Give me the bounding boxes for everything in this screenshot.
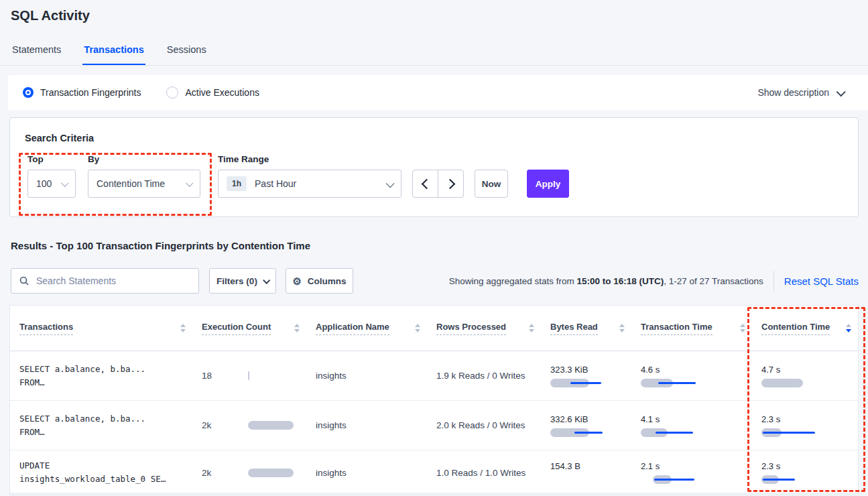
rows-processed-cell: 2.0 k Reads / 0 Writes xyxy=(427,420,541,430)
application-name-cell: insights xyxy=(306,468,427,478)
toolbar-divider xyxy=(773,271,774,291)
sort-icon xyxy=(294,324,300,332)
bytes-read-bar xyxy=(550,379,644,387)
time-range-value: Past Hour xyxy=(255,178,296,189)
search-criteria-panel: Search Criteria Top 100 By Contention Ti… xyxy=(9,117,859,217)
execution-count-cell: 2k xyxy=(192,468,306,478)
search-criteria-heading: Search Criteria xyxy=(25,133,94,143)
transaction-time-cell: 4.6 s xyxy=(631,365,752,387)
chevron-down-icon xyxy=(836,87,846,97)
chevron-down-icon xyxy=(61,180,68,187)
sort-icon-descending xyxy=(846,324,851,332)
gear-icon: ⚙ xyxy=(292,276,301,286)
results-toolbar: Filters (0) ⚙ Columns Showing aggregated… xyxy=(11,268,859,294)
sort-icon xyxy=(180,324,186,332)
transaction-time-cell: 4.1 s xyxy=(631,414,752,437)
tabs-divider xyxy=(0,65,868,66)
execution-count-bar xyxy=(248,371,300,380)
contention-time-bar xyxy=(761,428,855,437)
top-select-value: 100 xyxy=(36,178,52,189)
radio-active-executions[interactable]: Active Executions xyxy=(166,86,259,99)
bytes-read-cell: 332.6 KiB xyxy=(541,414,631,437)
time-next-button[interactable] xyxy=(438,170,463,197)
aggregated-stats-text: Showing aggregated stats from 15:00 to 1… xyxy=(449,276,763,286)
top-field: Top 100 xyxy=(27,154,76,198)
reset-sql-stats-link[interactable]: Reset SQL Stats xyxy=(784,275,859,287)
time-prev-button[interactable] xyxy=(413,170,438,197)
by-field: By Contention Time xyxy=(88,154,200,198)
time-range-field: Time Range 1h Past Hour xyxy=(218,154,401,198)
search-icon xyxy=(19,276,29,286)
bytes-read-cell: 323.3 KiB xyxy=(541,365,631,387)
tab-bar: Statements Transactions Sessions xyxy=(11,40,208,65)
execution-count-bar xyxy=(248,421,300,430)
column-header-application-name[interactable]: Application Name xyxy=(306,322,427,335)
rows-processed-cell: 1.9 k Reads / 0 Writes xyxy=(427,371,541,381)
transaction-statement-link[interactable]: SELECT a.balance, b.ba... FROM… xyxy=(10,363,192,389)
transaction-time-bar xyxy=(641,475,735,484)
radio-selected-icon xyxy=(23,87,34,98)
by-label: By xyxy=(88,154,200,164)
transaction-time-bar xyxy=(641,428,735,437)
table-row[interactable]: SELECT a.balance, b.ba... FROM… 18 insig… xyxy=(10,351,858,401)
now-button[interactable]: Now xyxy=(475,170,508,198)
search-statements-input[interactable] xyxy=(35,275,185,287)
table-row[interactable]: UPDATE insights_workload_table_0 SE… 2k … xyxy=(10,450,858,495)
show-description-label: Show description xyxy=(757,87,829,98)
transaction-time-cell: 2.1 s xyxy=(631,461,752,484)
results-heading: Results - Top 100 Transaction Fingerprin… xyxy=(11,240,310,251)
column-header-bytes-read[interactable]: Bytes Read xyxy=(541,322,631,335)
contention-time-cell: 2.3 s xyxy=(752,461,858,484)
stats-time-range: 15:00 to 16:18 (UTC) xyxy=(576,276,664,286)
chevron-right-icon xyxy=(444,178,455,189)
sort-icon xyxy=(619,324,625,332)
sort-icon xyxy=(529,324,534,332)
search-statements-box xyxy=(11,268,199,294)
chevron-down-icon xyxy=(386,179,395,188)
sort-icon xyxy=(415,324,420,332)
tab-statements[interactable]: Statements xyxy=(11,40,62,65)
transaction-statement-link[interactable]: UPDATE insights_workload_table_0 SE… xyxy=(10,459,192,486)
contention-time-bar xyxy=(761,379,855,387)
tab-sessions[interactable]: Sessions xyxy=(166,40,208,65)
filters-button[interactable]: Filters (0) xyxy=(209,268,276,294)
application-name-cell: insights xyxy=(306,371,427,381)
time-range-select[interactable]: 1h Past Hour xyxy=(218,170,401,198)
radio-unselected-icon xyxy=(166,86,178,99)
show-description-toggle[interactable]: Show description xyxy=(757,87,844,98)
execution-count-cell: 18 xyxy=(192,371,306,381)
by-select[interactable]: Contention Time xyxy=(88,170,200,198)
search-criteria-fields: Top 100 By Contention Time Time Range 1h… xyxy=(27,154,569,198)
transactions-table: Transactions Execution Count Application… xyxy=(9,305,859,496)
column-header-execution-count[interactable]: Execution Count xyxy=(192,322,306,335)
transaction-time-bar xyxy=(641,379,735,387)
radio-label: Active Executions xyxy=(185,87,259,98)
top-label: Top xyxy=(27,154,76,164)
radio-label: Transaction Fingerprints xyxy=(40,87,141,98)
bytes-read-bar xyxy=(550,475,644,484)
column-header-contention-time[interactable]: Contention Time xyxy=(752,322,858,335)
columns-label: Columns xyxy=(308,276,347,286)
top-select[interactable]: 100 xyxy=(27,170,76,198)
apply-button[interactable]: Apply xyxy=(527,170,569,198)
page-title: SQL Activity xyxy=(11,8,90,23)
column-header-transactions[interactable]: Transactions xyxy=(10,322,192,335)
by-select-value: Contention Time xyxy=(97,178,165,189)
radio-transaction-fingerprints[interactable]: Transaction Fingerprints xyxy=(23,87,141,98)
bytes-read-bar xyxy=(550,428,644,437)
execution-count-bar xyxy=(248,469,300,477)
next-row-edge xyxy=(9,493,859,496)
rows-processed-cell: 1.0 Reads / 1.0 Writes xyxy=(427,468,541,478)
tab-transactions[interactable]: Transactions xyxy=(82,40,145,65)
view-toggle-bar: Transaction Fingerprints Active Executio… xyxy=(8,75,868,110)
chevron-left-icon xyxy=(421,178,432,189)
time-range-badge: 1h xyxy=(227,176,247,191)
columns-button[interactable]: ⚙ Columns xyxy=(286,268,353,294)
contention-time-cell: 2.3 s xyxy=(752,414,858,437)
execution-count-cell: 2k xyxy=(192,420,306,430)
column-header-rows-processed[interactable]: Rows Processed xyxy=(427,322,541,335)
transaction-statement-link[interactable]: SELECT a.balance, b.ba... FROM… xyxy=(10,412,192,439)
table-row[interactable]: SELECT a.balance, b.ba... FROM… 2k insig… xyxy=(10,401,858,450)
column-header-transaction-time[interactable]: Transaction Time xyxy=(631,322,752,335)
application-name-cell: insights xyxy=(306,420,427,430)
